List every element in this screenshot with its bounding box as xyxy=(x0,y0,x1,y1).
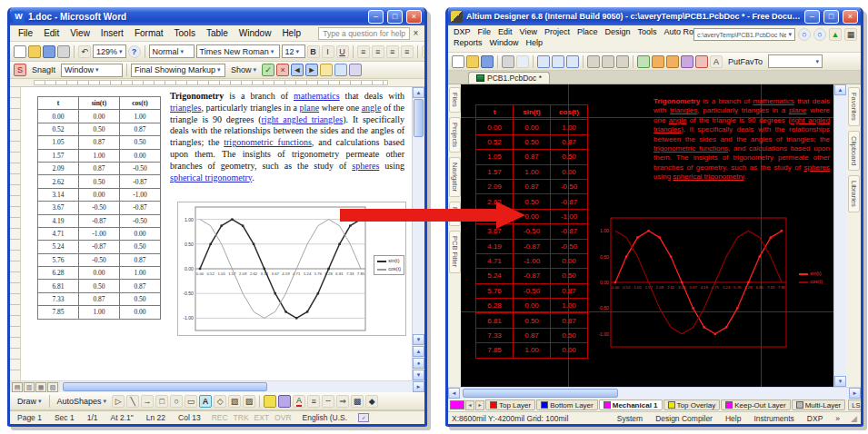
word-borders-icon[interactable]: ▦ xyxy=(422,45,424,58)
help-question-box[interactable]: Type a question for help xyxy=(318,27,410,40)
altium-forward-icon[interactable]: ○ xyxy=(813,28,826,41)
filter-combo[interactable]: ▾ xyxy=(768,54,823,68)
layer-tab-top-layer[interactable]: Top Layer xyxy=(485,399,535,410)
altium-copy-icon[interactable] xyxy=(602,55,614,68)
putfavto-button[interactable]: PutFavTo xyxy=(724,54,766,69)
select-browse-object-icon[interactable]: ● xyxy=(413,358,424,369)
altium-paste-icon[interactable] xyxy=(616,55,629,68)
scroll-left-icon[interactable]: ◄ xyxy=(448,388,460,399)
layer-tab-top-overlay[interactable]: Top Overlay xyxy=(663,399,721,410)
font-combo[interactable]: Times New Roman▾ xyxy=(196,44,280,58)
menu-window[interactable]: Window xyxy=(486,37,523,48)
snagit-window-combo[interactable]: Window▾ xyxy=(61,64,123,77)
font-size-combo[interactable]: 12▾ xyxy=(282,44,305,58)
markup-combo[interactable]: Final Showing Markup▾ xyxy=(131,64,225,77)
menu-dxp[interactable]: DXP xyxy=(450,26,474,37)
hyperlink-plane[interactable]: plane xyxy=(789,106,807,114)
word-shadow-style-icon[interactable]: ▩ xyxy=(351,395,364,408)
altium-place-component-icon[interactable] xyxy=(681,55,693,68)
altium-place-pad-icon[interactable] xyxy=(666,55,679,68)
altium-titlebar[interactable]: Altium Designer 6.8 (Internal Build 9050… xyxy=(448,7,861,25)
altium-place-string-icon[interactable]: A xyxy=(710,55,723,68)
hyperlink-right-angled-triangles[interactable]: right angled triangles xyxy=(262,114,344,124)
menu-tools[interactable]: Tools xyxy=(634,26,660,37)
word-select-objects-icon[interactable]: ▷ xyxy=(112,395,125,408)
word-accept-change-icon[interactable]: ✓ xyxy=(262,64,274,76)
word-align-right-icon[interactable]: ≡ xyxy=(386,45,399,58)
style-combo[interactable]: Normal▾ xyxy=(149,44,195,58)
minimize-button[interactable]: – xyxy=(368,10,384,24)
word-line-icon[interactable]: ╲ xyxy=(126,395,139,408)
menu-tools[interactable]: Tools xyxy=(169,27,201,39)
word-previous-change-icon[interactable]: ◄ xyxy=(291,64,304,76)
word-line-color-icon[interactable] xyxy=(278,395,291,408)
hyperlink-spheres[interactable]: spheres xyxy=(804,163,830,172)
scroll-down-icon[interactable]: ▼ xyxy=(413,334,424,345)
altium-open-icon[interactable] xyxy=(466,55,479,68)
panel-tab-pcb[interactable]: PCB xyxy=(449,202,461,226)
hyperlink-mathematics[interactable]: mathematics xyxy=(753,97,793,105)
altium-place-line-icon[interactable] xyxy=(637,55,650,68)
word-arrow-style-icon[interactable]: ⇒ xyxy=(336,395,349,408)
word-justify-icon[interactable]: ≡ xyxy=(401,45,414,58)
previous-page-icon[interactable]: ▲ xyxy=(413,346,424,357)
word-insert-picture-icon[interactable]: ▨ xyxy=(243,395,255,408)
layer-scroll-right-icon[interactable]: ► xyxy=(475,400,484,410)
next-page-icon[interactable]: ▼ xyxy=(413,370,424,380)
pcb-trig-paragraph[interactable]: Trigonometry is a branch of mathematics … xyxy=(653,97,830,182)
menu-table[interactable]: Table xyxy=(201,27,234,39)
altium-zoom-in-icon[interactable] xyxy=(552,55,564,68)
panel-tab-files[interactable]: Files xyxy=(449,87,461,113)
menu-design[interactable]: Design xyxy=(601,26,634,37)
hyperlink-angle[interactable]: angle xyxy=(669,116,687,124)
menu-view[interactable]: View xyxy=(65,27,95,39)
current-layer-swatch[interactable] xyxy=(450,400,464,409)
altium-print-icon[interactable] xyxy=(502,55,514,68)
flag-trk[interactable]: TRK xyxy=(234,413,249,422)
layer-tab-keep-out-layer[interactable]: Keep-Out Layer xyxy=(721,399,790,410)
pcb-trig-chart[interactable]: 1.000.500.00-0.50-1.000.000.521.051.572.… xyxy=(594,213,826,351)
autoshapes-menu-button[interactable]: AutoShapes▾ xyxy=(54,394,111,409)
hscroll-thumb[interactable] xyxy=(63,382,267,391)
word-text-box-icon[interactable]: ▭ xyxy=(185,395,197,408)
word-outline-view-icon[interactable]: ▧ xyxy=(47,382,58,392)
panel-btn-instruments[interactable]: Instruments xyxy=(752,414,795,423)
word-clip-art-icon[interactable]: ▧ xyxy=(228,395,241,408)
word-wordart-icon[interactable]: A xyxy=(199,395,212,408)
panel-btn-design-compiler[interactable]: Design Compiler xyxy=(653,414,714,423)
scroll-up-icon[interactable]: ▲ xyxy=(413,87,424,98)
panel-tab-clipboard[interactable]: Clipboard xyxy=(848,131,860,171)
word-underline-button[interactable]: U xyxy=(336,45,349,58)
help-icon[interactable]: ? xyxy=(128,45,141,58)
zoom-combo[interactable]: 129%▾ xyxy=(93,44,126,58)
menu-window[interactable]: Window xyxy=(234,27,277,39)
altium-back-icon[interactable]: ○ xyxy=(798,28,811,41)
canvas-horizontal-scrollbar[interactable]: ◄ ► xyxy=(448,387,861,399)
hyperlink-trigonometric-functions[interactable]: trigonometric functions xyxy=(653,144,728,153)
scroll-up-icon[interactable]: ▲ xyxy=(834,84,846,95)
layer-tab-mechanical-1[interactable]: Mechanical 1 xyxy=(599,399,663,410)
word-open-icon[interactable] xyxy=(28,45,41,58)
word-normal-view-icon[interactable]: ▤ xyxy=(12,382,23,392)
panel-tab-pcb-filter[interactable]: PCB Filter xyxy=(449,231,461,272)
panel-tab-favorites[interactable]: Favorites xyxy=(848,87,860,126)
hyperlink-triangles[interactable]: triangles xyxy=(170,103,201,113)
altium-favorites-grid-icon[interactable]: ▦ xyxy=(844,28,857,41)
word-oval-icon[interactable]: ○ xyxy=(170,395,183,408)
panel-btn-help[interactable]: Help xyxy=(723,414,743,423)
pcb-document-tab[interactable]: PCB1.PcbDoc * xyxy=(468,72,550,84)
word-document-page[interactable]: tsin(t)cos(t)0.000.001.000.520.500.871.0… xyxy=(21,87,412,380)
panel-tab-navigator[interactable]: Navigator xyxy=(449,157,461,197)
menu-reports[interactable]: Reports xyxy=(450,37,486,48)
layer-scroll-left-icon[interactable]: ◄ xyxy=(465,400,474,410)
word-draw-font-color-icon[interactable]: A xyxy=(293,395,305,408)
word-3d-style-icon[interactable]: ◆ xyxy=(365,395,378,408)
word-line-style-icon[interactable]: ≡ xyxy=(307,395,320,408)
panel-btn-dxp[interactable]: DXP xyxy=(805,414,824,423)
menu-format[interactable]: Format xyxy=(129,27,169,39)
panel-tab-projects[interactable]: Projects xyxy=(449,117,461,153)
snagit-button[interactable]: SnagIt xyxy=(28,63,59,77)
word-track-changes-icon[interactable] xyxy=(334,64,347,76)
layer-tab-bottom-layer[interactable]: Bottom Layer xyxy=(536,399,598,410)
word-bold-button[interactable]: B xyxy=(307,45,320,58)
